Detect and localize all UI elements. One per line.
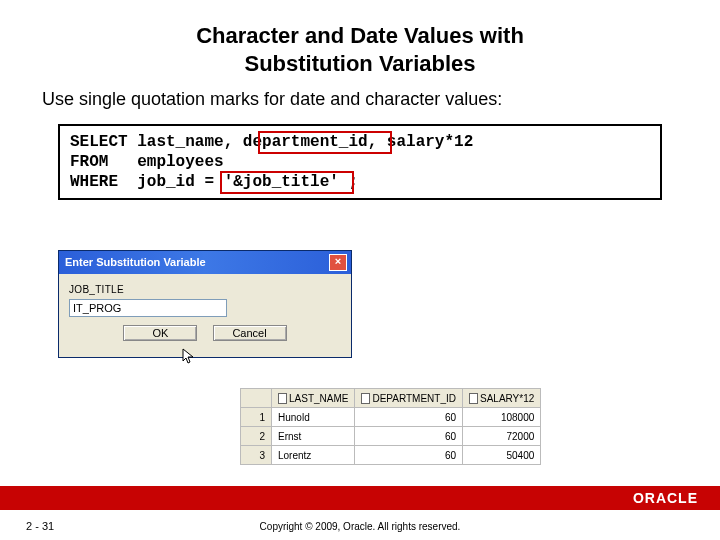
- dept-cell: 60: [355, 427, 463, 446]
- copyright-text: Copyright © 2009, Oracle. All rights res…: [0, 521, 720, 532]
- code-line1: SELECT last_name, department_id, salary*…: [70, 133, 473, 151]
- dialog-titlebar: Enter Substitution Variable ×: [59, 251, 351, 274]
- header-lastname: LAST_NAME: [272, 389, 355, 408]
- table-row: 3 Lorentz 60 50400: [241, 446, 541, 465]
- lastname-cell: Ernst: [272, 427, 355, 446]
- dialog-body: JOB_TITLE OK Cancel: [59, 274, 351, 357]
- column-icon: [361, 393, 370, 404]
- slide-title: Character and Date Values with Substitut…: [0, 0, 720, 77]
- salary-cell: 50400: [463, 446, 541, 465]
- title-line1: Character and Date Values with: [196, 23, 524, 48]
- rownum-cell: 1: [241, 408, 272, 427]
- dialog-buttons: OK Cancel: [69, 317, 341, 347]
- oracle-logo: ORACLE: [633, 490, 698, 506]
- title-line2: Substitution Variables: [244, 51, 475, 76]
- code-line2: FROM employees: [70, 153, 224, 171]
- salary-cell: 72000: [463, 427, 541, 446]
- slide: Character and Date Values with Substitut…: [0, 0, 720, 540]
- dialog-title-text: Enter Substitution Variable: [65, 256, 206, 268]
- dialog-field-label: JOB_TITLE: [69, 284, 341, 295]
- header-deptid: DEPARTMENT_ID: [355, 389, 463, 408]
- sql-code-box: SELECT last_name, department_id, salary*…: [58, 124, 662, 200]
- code-line3: WHERE job_id = '&job_title' ;: [70, 173, 358, 191]
- table-row: 1 Hunold 60 108000: [241, 408, 541, 427]
- rownum-cell: 2: [241, 427, 272, 446]
- result-table: LAST_NAME DEPARTMENT_ID SALARY*12 1 Huno…: [240, 388, 541, 465]
- table-row: 2 Ernst 60 72000: [241, 427, 541, 446]
- job-title-input[interactable]: [69, 299, 227, 317]
- subtitle-text: Use single quotation marks for date and …: [0, 77, 720, 118]
- table-header-row: LAST_NAME DEPARTMENT_ID SALARY*12: [241, 389, 541, 408]
- rownum-cell: 3: [241, 446, 272, 465]
- substitution-dialog: Enter Substitution Variable × JOB_TITLE …: [58, 250, 352, 358]
- header-rownum: [241, 389, 272, 408]
- lastname-cell: Lorentz: [272, 446, 355, 465]
- cancel-button[interactable]: Cancel: [213, 325, 287, 341]
- ok-button[interactable]: OK: [123, 325, 197, 341]
- column-icon: [278, 393, 287, 404]
- dept-cell: 60: [355, 408, 463, 427]
- footer-bar: ORACLE: [0, 486, 720, 510]
- column-icon: [469, 393, 478, 404]
- salary-cell: 108000: [463, 408, 541, 427]
- dept-cell: 60: [355, 446, 463, 465]
- close-icon[interactable]: ×: [329, 254, 347, 271]
- lastname-cell: Hunold: [272, 408, 355, 427]
- header-salary: SALARY*12: [463, 389, 541, 408]
